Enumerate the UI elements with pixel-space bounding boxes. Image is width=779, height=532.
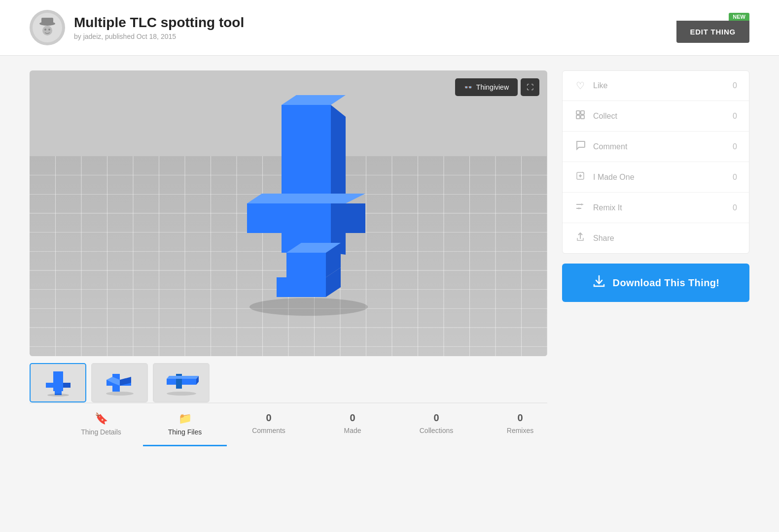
page-subtitle: by jadeiz, published Oct 18, 2015 xyxy=(74,33,244,40)
like-label: Like xyxy=(593,81,607,90)
tab-made-count: 0 xyxy=(350,412,355,424)
tab-made-label: Made xyxy=(344,427,361,434)
made-one-count: 0 xyxy=(733,173,737,182)
glasses-icon: 👓 xyxy=(464,83,472,91)
thumbnail-3[interactable] xyxy=(153,363,210,402)
svg-rect-64 xyxy=(576,111,580,114)
comment-label: Comment xyxy=(593,142,627,151)
edit-button-wrapper: NEW EDIT THING xyxy=(676,13,750,43)
header-left: Multiple TLC spotting tool by jadeiz, pu… xyxy=(30,10,244,45)
comment-left: Comment xyxy=(574,140,627,153)
svg-point-53 xyxy=(47,394,69,397)
share-label: Share xyxy=(593,234,614,243)
remix-left: Remix It xyxy=(574,201,622,214)
svg-rect-49 xyxy=(53,371,63,391)
like-action[interactable]: ♡ Like 0 xyxy=(563,71,749,101)
remix-action[interactable]: Remix It 0 xyxy=(563,193,749,223)
share-left: Share xyxy=(574,232,614,244)
tab-collections-label: Collections xyxy=(420,427,453,434)
tab-remixes-label: Remixes xyxy=(507,427,533,434)
tab-remixes-count: 0 xyxy=(517,412,523,424)
remix-icon xyxy=(574,201,586,214)
svg-rect-65 xyxy=(581,111,584,114)
svg-rect-2 xyxy=(41,18,53,24)
svg-point-4 xyxy=(44,29,46,31)
thingiview-button[interactable]: 👓 Thingiview xyxy=(455,78,518,96)
avatar xyxy=(30,10,65,45)
collect-label: Collect xyxy=(593,112,617,121)
page-header: Multiple TLC spotting tool by jadeiz, pu… xyxy=(0,0,779,56)
collect-action[interactable]: Collect 0 xyxy=(563,101,749,132)
comment-icon xyxy=(574,140,586,153)
collect-count: 0 xyxy=(733,112,737,121)
tab-thing-details[interactable]: 🔖 Thing Details xyxy=(59,403,143,446)
download-button[interactable]: Download This Thing! xyxy=(562,264,749,302)
title-block: Multiple TLC spotting tool by jadeiz, pu… xyxy=(74,15,244,40)
fullscreen-icon: ⛶ xyxy=(527,83,533,91)
comment-count: 0 xyxy=(733,142,737,151)
collect-left: Collect xyxy=(574,110,617,122)
svg-point-48 xyxy=(249,298,368,316)
svg-marker-39 xyxy=(282,95,346,105)
tab-comments[interactable]: 0 Comments xyxy=(227,403,311,446)
download-icon xyxy=(592,274,606,291)
bookmark-icon: 🔖 xyxy=(95,412,108,425)
svg-point-63 xyxy=(167,392,196,396)
page-title: Multiple TLC spotting tool xyxy=(74,15,244,31)
comment-action[interactable]: Comment 0 xyxy=(563,132,749,162)
svg-rect-40 xyxy=(247,203,282,233)
remix-count: 0 xyxy=(733,203,737,212)
tabs-row: 🔖 Thing Details 📁 Thing Files 0 Comments… xyxy=(30,403,547,446)
image-section: 👓 Thingiview ⛶ xyxy=(30,70,547,446)
tabs-container: 🔖 Thing Details 📁 Thing Files 0 Comments… xyxy=(30,402,547,446)
svg-rect-66 xyxy=(576,115,580,119)
tab-collections[interactable]: 0 Collections xyxy=(394,403,478,446)
made-one-action[interactable]: I Made One 0 xyxy=(563,162,749,193)
new-badge: NEW xyxy=(729,13,749,21)
heart-icon: ♡ xyxy=(574,80,586,92)
tab-comments-count: 0 xyxy=(266,412,271,424)
made-one-left: I Made One xyxy=(574,171,635,183)
svg-rect-43 xyxy=(286,253,326,277)
tab-thing-details-label: Thing Details xyxy=(81,428,121,436)
3d-model xyxy=(217,95,395,324)
made-one-label: I Made One xyxy=(593,173,635,182)
thumbnail-2[interactable] xyxy=(91,363,148,402)
tab-collections-count: 0 xyxy=(433,412,439,424)
remix-label: Remix It xyxy=(593,203,622,212)
tab-remixes[interactable]: 0 Remixes xyxy=(478,403,562,446)
tab-thing-files-label: Thing Files xyxy=(168,428,202,436)
svg-rect-51 xyxy=(63,383,71,388)
svg-point-58 xyxy=(106,392,134,396)
svg-rect-67 xyxy=(581,115,584,119)
actions-card: ♡ Like 0 Collect xyxy=(562,70,749,254)
folder-icon: 📁 xyxy=(178,412,192,425)
thingiview-label: Thingiview xyxy=(476,83,509,91)
thumbnails xyxy=(30,363,547,402)
edit-thing-button[interactable]: EDIT THING xyxy=(676,21,750,43)
like-left: ♡ Like xyxy=(574,80,607,92)
made-one-icon xyxy=(574,171,586,183)
tab-made[interactable]: 0 Made xyxy=(311,403,394,446)
main-image-container: 👓 Thingiview ⛶ xyxy=(30,70,547,356)
svg-point-5 xyxy=(48,29,50,31)
svg-marker-62 xyxy=(167,376,199,379)
svg-rect-50 xyxy=(46,383,53,388)
svg-marker-42 xyxy=(247,194,365,203)
tab-comments-label: Comments xyxy=(252,427,285,434)
share-icon xyxy=(574,232,586,244)
svg-point-3 xyxy=(42,26,52,35)
svg-rect-37 xyxy=(282,105,331,253)
share-action[interactable]: Share xyxy=(563,223,749,253)
thumbnail-1[interactable] xyxy=(30,363,86,402)
download-button-label: Download This Thing! xyxy=(613,277,720,289)
fullscreen-button[interactable]: ⛶ xyxy=(521,78,539,96)
actions-panel: ♡ Like 0 Collect xyxy=(562,70,749,302)
collect-icon xyxy=(574,110,586,122)
like-count: 0 xyxy=(733,81,737,90)
svg-rect-46 xyxy=(277,277,326,297)
tab-thing-files[interactable]: 📁 Thing Files xyxy=(143,403,227,446)
main-content: 👓 Thingiview ⛶ xyxy=(0,56,779,461)
svg-rect-41 xyxy=(331,203,365,233)
